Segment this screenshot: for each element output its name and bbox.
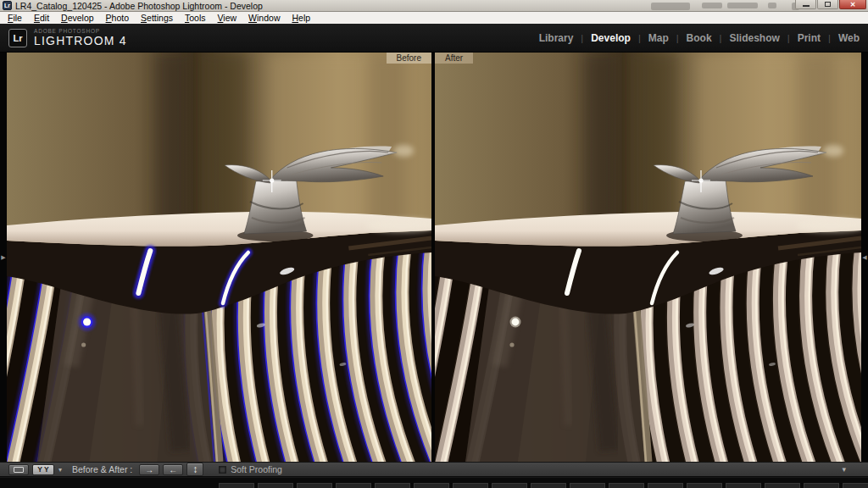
module-web[interactable]: Web [838,32,860,44]
after-image-pane[interactable]: After [435,53,861,462]
filmstrip-thumbnail[interactable] [804,483,839,488]
arrow-left-icon: ← [169,465,177,474]
loupe-view-button[interactable] [8,464,29,475]
menu-window[interactable]: Window [242,13,286,23]
module-separator: | [581,33,583,43]
arrow-right-icon: → [145,465,153,474]
module-map[interactable]: Map [648,32,669,44]
copy-after-to-before-button[interactable]: ← [163,464,183,475]
brand-small-text: ADOBE PHOTOSHOP [34,28,127,34]
filmstrip-thumbnail[interactable] [687,483,722,488]
module-print[interactable]: Print [798,32,821,44]
menu-view[interactable]: View [212,13,243,23]
copy-before-to-after-button[interactable]: → [139,464,159,475]
filmstrip-thumbnail[interactable] [219,483,254,488]
module-separator: | [828,33,831,43]
module-separator: | [676,33,679,43]
filmstrip-thumbnail[interactable] [375,483,410,488]
filmstrip-thumbnail[interactable] [531,483,566,488]
filmstrip-thumbnail[interactable] [570,483,605,488]
swap-arrows-icon: ↕ [192,463,198,475]
filmstrip-thumbnail[interactable] [336,483,371,488]
menu-tools[interactable]: Tools [179,13,212,23]
filmstrip-thumbnail[interactable] [297,483,332,488]
before-label-chip: Before [387,53,431,64]
app-icon: Lr [3,1,12,10]
identity-plate-panel: Lr ADOBE PHOTOSHOP LIGHTROOM 4 Library |… [0,24,868,53]
module-picker: Library | Develop | Map | Book | Slidesh… [539,32,860,44]
before-photo [7,53,431,462]
swap-before-after-button[interactable]: ↕ [186,463,203,476]
close-button[interactable]: ✕ [839,0,866,9]
maximize-button[interactable] [817,0,838,9]
left-panel-expand-icon[interactable]: ▶ [1,254,5,260]
menu-file[interactable]: File [2,13,28,23]
develop-toolbar: YY ▾ Before & After : → ← ↕ Soft Proofin… [0,462,868,477]
module-separator: | [787,33,790,43]
soft-proofing-checkbox[interactable] [219,466,226,474]
close-icon: ✕ [850,1,856,8]
right-panel-expand-icon[interactable]: ◀ [862,254,866,260]
filmstrip-thumbnail[interactable] [492,483,527,488]
menu-bar: File Edit Develop Photo Settings Tools V… [0,12,868,24]
loupe-view-icon [14,467,24,473]
filmstrip[interactable] [0,477,868,488]
menu-help[interactable]: Help [286,13,316,23]
filmstrip-thumbnail[interactable] [609,483,644,488]
filmstrip-thumbnail[interactable] [453,483,488,488]
module-slideshow[interactable]: Slideshow [729,32,779,44]
minimize-button[interactable] [795,0,816,9]
left-panel-collapse-strip[interactable]: ▶ [0,53,7,462]
toolbar-options-caret[interactable]: ▾ [842,465,846,474]
minimize-icon [803,5,810,7]
develop-content-area: ▶ Before After [0,53,868,462]
before-after-label: Before & After : [72,464,132,474]
menu-settings[interactable]: Settings [135,13,179,23]
module-develop[interactable]: Develop [591,32,631,44]
filmstrip-thumbnail[interactable] [843,483,868,488]
before-after-mode-caret[interactable]: ▾ [58,466,62,474]
after-photo [435,53,861,462]
before-image-pane[interactable]: Before [7,53,431,462]
filmstrip-thumbnail[interactable] [258,483,293,488]
menu-develop[interactable]: Develop [55,13,100,23]
filmstrip-thumbnail[interactable] [414,483,449,488]
filmstrip-thumbnail[interactable] [648,483,683,488]
restore-icon [825,2,831,7]
right-panel-collapse-strip[interactable]: ◀ [861,53,868,462]
module-separator: | [720,33,722,43]
module-separator: | [638,33,641,43]
filmstrip-thumbnail[interactable] [765,483,800,488]
after-label-chip: After [435,53,473,64]
before-after-view-button[interactable]: YY [32,464,54,475]
module-book[interactable]: Book [687,32,712,44]
soft-proofing-label: Soft Proofing [231,464,282,474]
identity-plate: Lr ADOBE PHOTOSHOP LIGHTROOM 4 [8,28,127,47]
window-titlebar: Lr LR4_Catalog_120425 - Adobe Photoshop … [0,0,868,12]
menu-photo[interactable]: Photo [100,13,135,23]
window-title: LR4_Catalog_120425 - Adobe Photoshop Lig… [15,1,263,11]
brand-large-text: LIGHTROOM 4 [34,34,127,47]
lightroom-logo: Lr [8,29,27,47]
menu-edit[interactable]: Edit [28,13,55,23]
module-library[interactable]: Library [539,32,574,44]
filmstrip-thumbnail[interactable] [726,483,761,488]
